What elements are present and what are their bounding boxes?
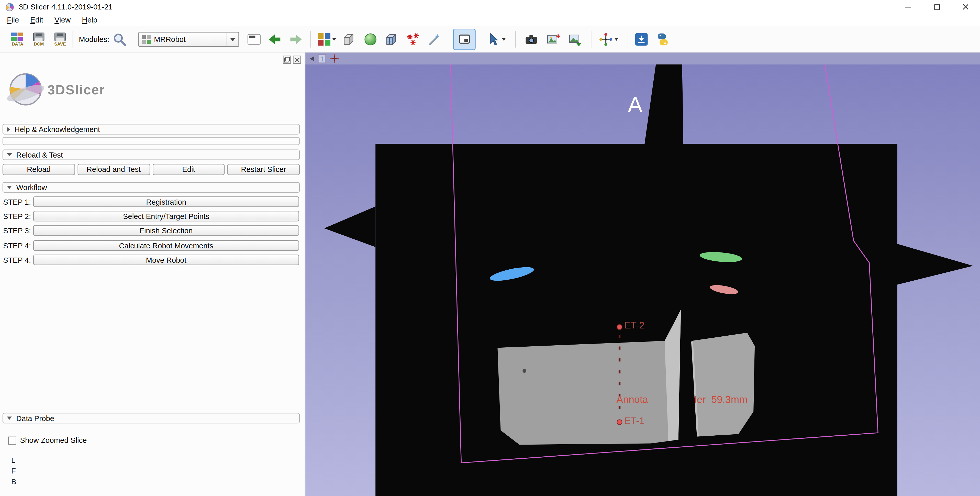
search-icon: [112, 32, 127, 47]
screen-capture-button[interactable]: [522, 29, 541, 50]
slice-intersections-icon: [458, 32, 471, 46]
workflow-step-row: STEP 1: Registration: [3, 196, 299, 207]
extensions-manager-button[interactable]: [632, 29, 651, 50]
step-label: STEP 3:: [3, 226, 33, 235]
menubar: File Edit View Help: [0, 14, 980, 26]
workflow-step-row: STEP 3: Finish Selection: [3, 225, 299, 236]
toolbar-separator: [310, 31, 311, 48]
python-console-button[interactable]: [654, 29, 672, 50]
move-robot-button[interactable]: Move Robot: [33, 255, 299, 265]
volume-slab-top: [644, 64, 683, 144]
maximize-button[interactable]: [923, 0, 951, 14]
magic-wand-icon: [427, 32, 442, 47]
checkbox-label: Show Zoomed Slice: [20, 436, 87, 445]
step-label: STEP 1:: [3, 197, 33, 206]
toolbar-separator: [591, 31, 591, 48]
transforms-button[interactable]: [425, 29, 444, 50]
slicer-logo-icon: [5, 70, 46, 111]
fiducial-point-et1[interactable]: [617, 420, 622, 425]
scene-snapshot-icon: [546, 32, 561, 47]
panel-undock-button[interactable]: [283, 56, 291, 64]
menu-help[interactable]: Help: [76, 14, 103, 26]
pin-icon[interactable]: [310, 56, 314, 61]
minimize-icon: [905, 6, 911, 7]
load-data-button[interactable]: DATA: [8, 29, 27, 50]
panel-close-button[interactable]: [293, 56, 301, 64]
minimize-button[interactable]: [894, 0, 923, 14]
close-button[interactable]: [951, 0, 980, 14]
window-title: 3D Slicer 4.11.0-2019-01-21: [19, 3, 113, 11]
show-zoomed-slice-row: Show Zoomed Slice: [8, 436, 87, 445]
markups-fiducial-icon: [406, 32, 421, 47]
scene-view-capture-button[interactable]: [544, 29, 562, 50]
toolbar-separator: [515, 31, 515, 48]
section-help-acknowledgement[interactable]: Help & Acknowledgement: [3, 124, 300, 134]
fiducial-label-et1: ET-1: [625, 415, 644, 426]
center-view-icon[interactable]: [330, 54, 339, 63]
dicom-button[interactable]: DCM: [29, 29, 48, 50]
slicer-logo-text: 3DSlicer: [48, 83, 105, 98]
module-icon: [142, 35, 151, 44]
chevron-down-icon: [332, 38, 336, 41]
menu-file[interactable]: File: [1, 14, 25, 26]
step-label: STEP 2:: [3, 212, 33, 220]
workflow-step-row: STEP 4: Calculate Robot Movements: [3, 240, 299, 251]
select-entry-target-button[interactable]: Select Entry/Target Points: [33, 211, 299, 222]
section-data-probe[interactable]: Data Probe: [3, 413, 300, 424]
menu-edit[interactable]: Edit: [25, 14, 49, 26]
load-data-icon: [11, 32, 24, 41]
reload-button[interactable]: Reload: [3, 164, 75, 175]
section-title: Reload & Test: [16, 150, 63, 159]
mouse-mode-button[interactable]: [484, 29, 509, 50]
phantom-slice-right: [692, 333, 755, 437]
show-zoomed-slice-checkbox[interactable]: [8, 436, 16, 444]
reload-and-test-button[interactable]: Reload and Test: [78, 164, 150, 175]
markups-button[interactable]: [404, 29, 422, 50]
collapse-arrow-icon: [7, 416, 12, 419]
volume-rendering-button[interactable]: [361, 29, 380, 50]
edit-button[interactable]: Edit: [153, 164, 225, 175]
fiducial-point-et2[interactable]: [617, 325, 622, 330]
finish-selection-button[interactable]: Finish Selection: [33, 225, 299, 236]
models-button[interactable]: [340, 29, 358, 50]
calculate-robot-movements-button[interactable]: Calculate Robot Movements: [33, 240, 299, 251]
registration-button[interactable]: Registration: [33, 196, 299, 207]
module-back-button[interactable]: [266, 29, 284, 50]
restart-slicer-button[interactable]: Restart Slicer: [228, 164, 300, 175]
module-finder-button[interactable]: [110, 29, 129, 50]
volumes-button[interactable]: [382, 29, 401, 50]
toolbar-separator: [628, 31, 628, 48]
menu-view[interactable]: View: [49, 14, 76, 26]
section-title: Workflow: [16, 183, 47, 191]
step-label: STEP 4:: [3, 241, 33, 250]
layout-selector-button[interactable]: [316, 29, 337, 50]
undock-icon: [284, 57, 290, 63]
module-history-button[interactable]: [245, 29, 263, 50]
workflow-step-row: STEP 2: Select Entry/Target Points: [3, 211, 299, 222]
save-caption: SAVE: [54, 42, 66, 46]
crosshair-button[interactable]: [596, 29, 621, 50]
python-icon: [655, 32, 670, 47]
volume-wedge-left: [324, 206, 376, 247]
view-controller-bar: 1: [305, 53, 980, 64]
collapse-arrow-icon: [7, 186, 12, 189]
volume-wedge-right: [897, 244, 973, 285]
module-forward-button[interactable]: [287, 29, 305, 50]
scene-view-restore-button[interactable]: [566, 29, 584, 50]
section-workflow[interactable]: Workflow: [3, 182, 300, 193]
probe-axis-l: L: [11, 456, 15, 464]
cube-icon: [342, 32, 357, 47]
slicer-window: 3D Slicer 4.11.0-2019-01-21 File Edit Vi…: [0, 0, 980, 496]
section-reload-test[interactable]: Reload & Test: [3, 149, 300, 160]
save-button[interactable]: SAVE: [51, 29, 69, 50]
back-arrow-icon: [267, 32, 282, 47]
combo-dropdown-button[interactable]: [227, 32, 239, 46]
phantom-void-dot: [522, 369, 526, 373]
slice-intersections-toggle[interactable]: [453, 29, 476, 50]
save-icon: [54, 32, 66, 41]
section-title: Data Probe: [16, 414, 54, 422]
module-selector-combo[interactable]: MRRobot: [138, 32, 239, 47]
threed-viewport[interactable]: A ET-2 ET-1 Annota ler 59.3mm: [305, 64, 980, 496]
help-content-box: [3, 137, 300, 145]
toolbar-separator: [73, 31, 73, 48]
